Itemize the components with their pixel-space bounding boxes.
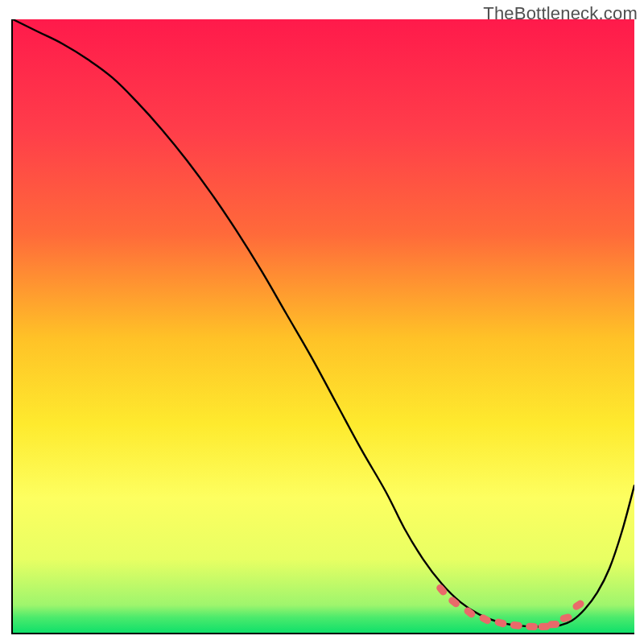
optimal-marker xyxy=(547,621,559,629)
optimal-marker xyxy=(526,623,538,631)
optimal-marker xyxy=(435,583,448,597)
curve-layer xyxy=(13,19,634,633)
plot-area xyxy=(11,19,634,634)
optimal-marker xyxy=(510,621,522,630)
bottleneck-curve xyxy=(13,19,634,627)
chart-frame: TheBottleneck.com xyxy=(0,0,644,644)
watermark-text: TheBottleneck.com xyxy=(483,3,638,24)
optimal-marker xyxy=(494,617,508,628)
